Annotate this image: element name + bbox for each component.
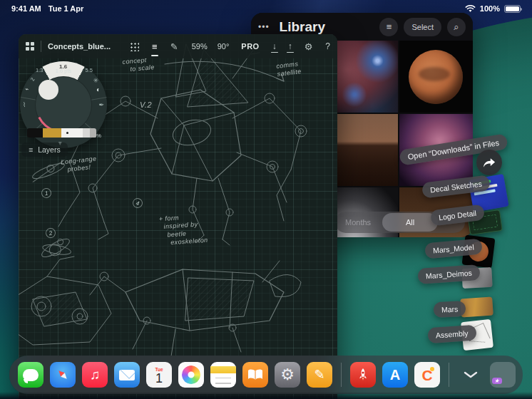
- annotation-mark-1: 1: [41, 187, 52, 199]
- appstore-a-icon: A: [390, 367, 400, 383]
- rocket-icon: [357, 368, 369, 382]
- swatch-gold[interactable]: [43, 128, 61, 138]
- hamburger-icon: ≡: [29, 145, 33, 154]
- gear-icon: ⚙: [280, 366, 295, 384]
- dock-app-music[interactable]: ♫: [82, 362, 108, 388]
- wire-tool-icon[interactable]: ⌇: [23, 101, 26, 108]
- dock-divider: [341, 363, 342, 387]
- view-options-icon[interactable]: ≡: [379, 18, 398, 36]
- swatch-gray[interactable]: [90, 128, 96, 138]
- dock-app-settings[interactable]: ⚙: [275, 362, 300, 388]
- annotation-mark-3: 4: [132, 197, 144, 209]
- smoothing-icon[interactable]: ⌁: [25, 86, 29, 93]
- annotation-mark-2: 2: [45, 227, 56, 239]
- dock-app-calendar[interactable]: Tue 1: [146, 362, 172, 388]
- notes-header-strip: [210, 366, 236, 373]
- pro-badge[interactable]: PRO: [241, 42, 259, 51]
- export-icon[interactable]: ↑: [288, 41, 292, 51]
- drag-label-assembly[interactable]: Assembly: [427, 325, 476, 344]
- wifi-icon: [465, 5, 476, 13]
- dock-app-books[interactable]: [242, 362, 268, 388]
- photo-thumbnail-mars-planet[interactable]: [399, 41, 473, 113]
- dock-app-messages[interactable]: [18, 362, 44, 388]
- dock-app-notes[interactable]: [210, 362, 236, 388]
- pen-icon: ✎: [314, 367, 324, 383]
- chevron-down-icon: [464, 371, 478, 378]
- layers-tool-icon[interactable]: ≡: [152, 41, 158, 52]
- dock-app-library[interactable]: ★: [490, 362, 516, 388]
- pen-mode-icon[interactable]: ✎: [170, 41, 178, 52]
- annotation-scale-note: concept to scale: [122, 56, 155, 74]
- speech-bubble-icon: [23, 369, 39, 381]
- dock-app-safari[interactable]: [50, 362, 76, 388]
- dock-collapse-chevron[interactable]: [458, 362, 484, 388]
- pencil-tool-icon[interactable]: ∿: [30, 76, 36, 83]
- pen-tool-icon[interactable]: ✒: [98, 101, 104, 108]
- annotation-version: V.2: [140, 100, 152, 110]
- status-bar: 9:41 AM Tue 1 Apr 100%: [0, 0, 532, 17]
- rotation-angle[interactable]: 90°: [218, 42, 230, 51]
- envelope-icon: [119, 370, 135, 380]
- dock-divider: [449, 363, 449, 387]
- annotation-form-note: + form inspired by beetle exoskeleton: [159, 212, 208, 248]
- date: Tue 1 Apr: [48, 4, 84, 13]
- mini-app-icon: ★: [492, 378, 502, 384]
- flower-icon: [182, 366, 200, 384]
- airbrush-tool-icon[interactable]: ✳: [93, 77, 98, 84]
- layers-label: Layers: [38, 145, 61, 154]
- dock-app-concepts[interactable]: C: [414, 362, 440, 388]
- gallery-icon[interactable]: [26, 42, 34, 51]
- dock-app-rocket[interactable]: [350, 362, 376, 388]
- music-note-icon: ♫: [90, 367, 100, 383]
- document-title[interactable]: Concepts_blue...: [48, 42, 111, 51]
- opacity-icon[interactable]: ◐: [96, 86, 101, 93]
- dock-app-mail[interactable]: [114, 362, 140, 388]
- color-swatch-bar[interactable]: [27, 128, 96, 138]
- swatch-white-selected[interactable]: [61, 128, 83, 138]
- annotation-probes-note: Long-range probes!: [61, 155, 98, 175]
- zoom-level[interactable]: 59%: [192, 42, 208, 51]
- settings-gear-icon[interactable]: ⚙: [305, 41, 313, 52]
- segment-all-selected[interactable]: All: [382, 213, 438, 232]
- precision-grid-icon[interactable]: [130, 42, 139, 51]
- search-icon[interactable]: ⌕: [447, 18, 466, 36]
- dock-app-photos[interactable]: [178, 362, 204, 388]
- calendar-day: 1: [155, 372, 163, 385]
- help-button[interactable]: ?: [325, 41, 330, 51]
- dock: ♫ Tue 1 ⚙ ✎ A: [9, 356, 523, 394]
- photos-title: Library: [280, 19, 374, 35]
- drag-label-mars[interactable]: Mars: [433, 301, 466, 318]
- dock-app-drawing[interactable]: ✎: [307, 362, 332, 388]
- swatch-black[interactable]: [27, 128, 43, 138]
- concepts-app-window: concept to scale comms satellite V.2 Lon…: [19, 34, 337, 399]
- select-button[interactable]: Select: [404, 18, 441, 36]
- battery-icon: [504, 5, 521, 13]
- share-forward-button[interactable]: [476, 150, 502, 175]
- compass-needle-icon: [55, 367, 71, 383]
- ipad-screen: ••• Library ≡ Select ⌕ Months All: [0, 0, 532, 399]
- import-icon[interactable]: ↓: [272, 41, 277, 51]
- forward-arrow-icon: [483, 157, 496, 168]
- dock-app-appstore[interactable]: A: [382, 362, 408, 388]
- stroke-size-label: 1.6 pts: [20, 68, 107, 74]
- concepts-toolbar: Concepts_blue... ≡ ✎ 59% 90° PRO ↓ ↑ ⚙ ?: [19, 34, 337, 58]
- swatch-lightgray[interactable]: [83, 128, 90, 138]
- battery-percent: 100%: [480, 4, 500, 13]
- segment-months[interactable]: Months: [335, 218, 381, 227]
- open-book-icon: [247, 369, 263, 380]
- clock: 9:41 AM: [11, 4, 41, 13]
- layers-panel-toggle[interactable]: ≡ Layers: [21, 142, 68, 157]
- more-options-button[interactable]: •••: [258, 22, 270, 32]
- annotation-comms-satellite: comms satellite: [276, 60, 302, 78]
- color-well[interactable]: [39, 80, 58, 100]
